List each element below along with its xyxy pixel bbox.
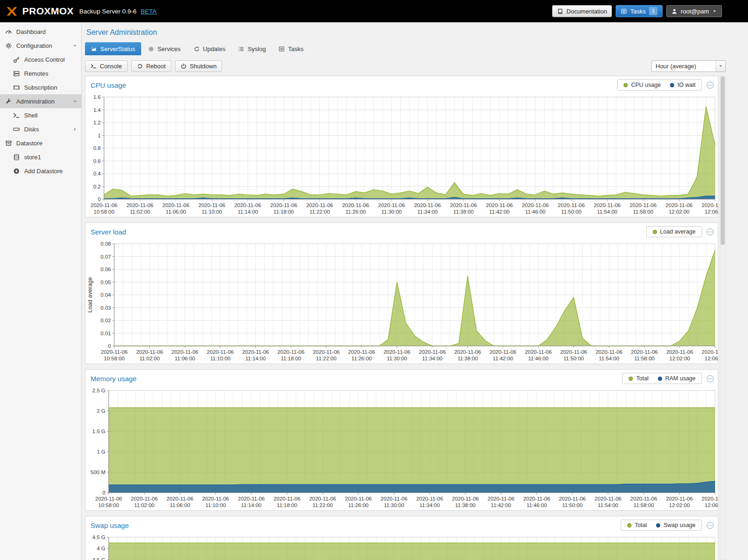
documentation-button[interactable]: Documentation <box>552 5 612 17</box>
legend-item-io-wait[interactable]: IO wait <box>670 82 696 88</box>
legend-dot <box>656 523 660 527</box>
reboot-button[interactable]: Reboot <box>131 60 171 72</box>
svg-text:1.5 G: 1.5 G <box>92 429 105 434</box>
svg-text:2020-11-06: 2020-11-06 <box>273 496 300 501</box>
svg-text:11:34:00: 11:34:00 <box>417 209 438 215</box>
svg-text:10:58:00: 10:58:00 <box>104 356 125 361</box>
gears-icon <box>5 42 12 49</box>
sidebar-item-shell[interactable]: Shell <box>0 108 81 122</box>
panel-memory-usage: Memory usage Total RAM usage <box>85 369 718 511</box>
tab-syslog[interactable]: Syslog <box>232 42 272 55</box>
database-icon <box>13 154 20 161</box>
svg-text:2020-11-06: 2020-11-06 <box>416 496 443 501</box>
legend-item-swap-usage[interactable]: Swap usage <box>656 522 696 528</box>
svg-text:0.03: 0.03 <box>101 305 111 311</box>
sidebar-item-add-datastore[interactable]: Add Datastore <box>0 164 81 178</box>
svg-text:2020-11-06: 2020-11-06 <box>278 349 305 355</box>
svg-text:2020-11-06: 2020-11-06 <box>198 202 225 208</box>
svg-text:2020-11-06: 2020-11-06 <box>202 496 229 501</box>
svg-text:1.2: 1.2 <box>93 120 101 125</box>
legend-item-total[interactable]: Total <box>629 375 648 382</box>
vertical-scrollbar[interactable] <box>720 76 726 560</box>
beta-link[interactable]: BETA <box>141 8 156 15</box>
svg-text:11:58:00: 11:58:00 <box>633 209 653 215</box>
sidebar-item-access-control[interactable]: Access Control <box>0 52 81 66</box>
console-button[interactable]: Console <box>85 60 128 72</box>
tasks-button[interactable]: Tasks 1 <box>616 5 663 17</box>
tasks-icon <box>621 8 627 14</box>
legend-item-cpu-usage[interactable]: CPU usage <box>624 82 661 88</box>
sidebar-item-administration[interactable]: Administration <box>0 94 81 108</box>
svg-text:2020-11-06: 2020-11-06 <box>91 202 117 208</box>
timeframe-select[interactable]: Hour (average) <box>651 60 726 72</box>
svg-text:11:14:00: 11:14:00 <box>238 209 258 215</box>
key-icon <box>13 56 20 63</box>
svg-text:11:34:00: 11:34:00 <box>419 502 440 508</box>
user-menu-button[interactable]: root@pam <box>666 5 722 17</box>
collapse-panel-button[interactable] <box>706 81 714 89</box>
sidebar-item-remotes[interactable]: Remotes <box>0 66 81 80</box>
svg-text:2020-11-06: 2020-11-06 <box>414 202 441 208</box>
svg-text:12:06:00: 12:06:00 <box>705 209 718 215</box>
svg-text:11:06:00: 11:06:00 <box>175 356 195 361</box>
panel-cpu-usage: CPU usage CPU usage IO wait <box>85 76 718 217</box>
power-icon <box>181 63 187 69</box>
legend-item-load-average[interactable]: Load average <box>653 228 696 235</box>
sidebar-item-configuration[interactable]: Configuration <box>0 39 81 52</box>
chart-legend: Total Swap usage <box>621 520 702 531</box>
panel-server-load: Server load Load average <box>85 222 718 364</box>
legend-item-ram-usage[interactable]: RAM usage <box>658 375 696 382</box>
svg-text:12:02:00: 12:02:00 <box>669 502 690 508</box>
svg-text:11:10:00: 11:10:00 <box>202 209 222 215</box>
collapse-panel-button[interactable] <box>706 228 714 236</box>
tab-updates[interactable]: Updates <box>188 42 231 55</box>
tab-tasks[interactable]: Tasks <box>273 42 309 55</box>
svg-text:2020-11-06: 2020-11-06 <box>666 349 693 355</box>
svg-text:2020-11-06: 2020-11-06 <box>522 202 549 208</box>
svg-text:2 G: 2 G <box>97 408 105 414</box>
svg-text:10:58:00: 10:58:00 <box>94 209 115 215</box>
sidebar-item-datastore[interactable]: Datastore <box>0 136 81 150</box>
combo-trigger[interactable] <box>715 61 725 72</box>
svg-text:2020-11-06: 2020-11-06 <box>630 496 657 501</box>
collapse-panel-button[interactable] <box>706 375 714 383</box>
svg-text:2020-11-06: 2020-11-06 <box>171 349 198 355</box>
sidebar-item-store1[interactable]: store1 <box>0 150 81 164</box>
svg-text:11:30:00: 11:30:00 <box>381 209 402 215</box>
tab-services[interactable]: Services <box>142 42 187 55</box>
svg-text:12:06:00: 12:06:00 <box>705 502 718 508</box>
scrollbar-thumb[interactable] <box>721 77 725 245</box>
tab-bar: ServerStatus Services Updates Syslog Tas… <box>85 42 726 55</box>
legend-item-total[interactable]: Total <box>627 522 647 528</box>
user-label: root@pam <box>681 8 709 15</box>
gauge-icon <box>5 28 12 35</box>
svg-text:2020-11-06: 2020-11-06 <box>594 202 621 208</box>
sidebar-item-subscription[interactable]: Subscription <box>0 80 81 94</box>
svg-text:11:38:00: 11:38:00 <box>453 209 474 215</box>
svg-text:2020-11-06: 2020-11-06 <box>523 496 550 501</box>
sidebar-item-disks[interactable]: Disks <box>0 122 81 136</box>
collapse-panel-button[interactable] <box>706 521 714 529</box>
shutdown-button[interactable]: Shutdown <box>175 60 222 72</box>
svg-text:11:02:00: 11:02:00 <box>134 502 155 508</box>
memory-usage-chart: 0500 M1 G1.5 G2 G2.5 G2020-11-0610:58:00… <box>85 386 718 510</box>
svg-text:2020-11-06: 2020-11-06 <box>631 349 658 355</box>
legend-dot <box>624 83 628 87</box>
svg-text:0.01: 0.01 <box>101 331 111 336</box>
panel-swap-usage: Swap usage Total Swap usage <box>85 516 718 560</box>
tab-serverstatus[interactable]: ServerStatus <box>85 42 141 55</box>
svg-text:12:02:00: 12:02:00 <box>669 356 690 361</box>
svg-text:12:06:00: 12:06:00 <box>705 356 718 361</box>
svg-text:2020-11-06: 2020-11-06 <box>596 349 623 355</box>
svg-text:1 G: 1 G <box>97 449 105 455</box>
svg-text:11:22:00: 11:22:00 <box>316 356 337 361</box>
svg-text:11:54:00: 11:54:00 <box>597 209 618 215</box>
sidebar-item-dashboard[interactable]: Dashboard <box>0 25 81 39</box>
svg-text:0: 0 <box>108 343 111 349</box>
app-root: PROXMOX Backup Server 0.9-6 BETA Documen… <box>0 0 748 560</box>
svg-text:11:46:00: 11:46:00 <box>525 209 546 215</box>
svg-text:500 M: 500 M <box>91 469 105 475</box>
header-actions: Documentation Tasks 1 root@pam <box>552 5 722 17</box>
svg-text:0.04: 0.04 <box>101 292 111 298</box>
charts-scroll-area: CPU usage CPU usage IO wait <box>85 76 726 560</box>
